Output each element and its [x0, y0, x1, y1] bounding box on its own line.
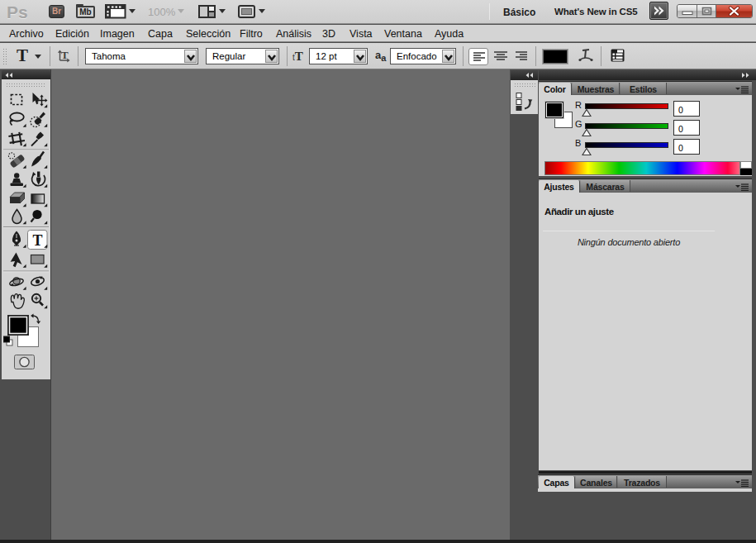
svg-text:T: T — [33, 232, 43, 249]
